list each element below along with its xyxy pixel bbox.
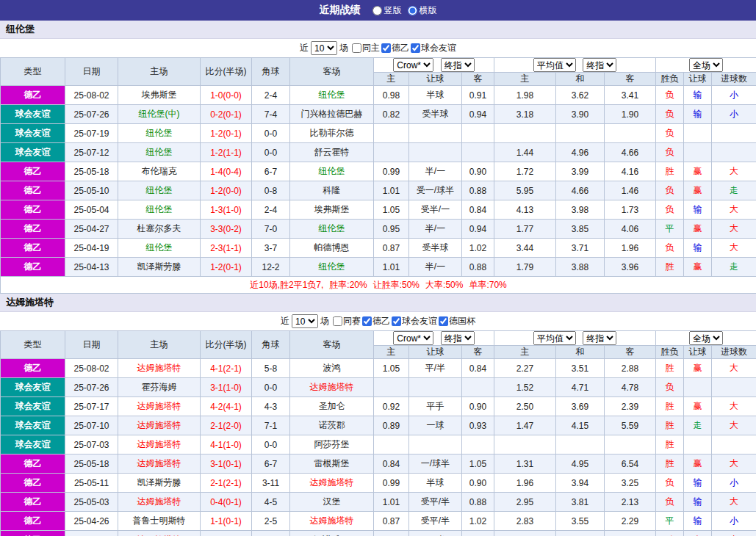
filter-checkbox-option[interactable]: 同主 [352, 42, 380, 54]
score-cell: 1-0(0-0) [201, 86, 252, 105]
filter-checkbox-option[interactable]: 球会友谊 [392, 315, 437, 327]
date-cell: 25-07-10 [65, 416, 118, 435]
filter-checkbox-input[interactable] [352, 43, 361, 53]
type-cell: 德乙 [1, 359, 65, 378]
filter-checkbox-option[interactable]: 德国杯 [439, 315, 475, 327]
avg-home-cell: 3.18 [494, 105, 556, 124]
subcol-avg-home: 主 [494, 73, 556, 86]
layout-option-horizontal[interactable]: 横版 [408, 4, 437, 17]
col-header-corner: 角球 [252, 331, 290, 359]
average-select[interactable]: 平均值 [533, 58, 576, 72]
filter-checkbox-input[interactable] [381, 43, 391, 53]
corner-cell: 2-5 [252, 512, 290, 531]
odds-away-cell: 1.05 [462, 454, 494, 474]
home-team: 达姆施塔特 [118, 435, 201, 454]
bookmaker-select[interactable]: Crow* [393, 58, 433, 72]
average-odds-header-cell: 平均值 终指 [494, 331, 656, 346]
avg-draw-cell [556, 435, 605, 454]
recent-count-select[interactable]: 10 [292, 314, 318, 328]
handicap-result-cell: 输 [684, 474, 712, 493]
match-row: 德乙25-05-18达姆施塔特3-1(0-1)6-7雷根斯堡0.84一/球半1.… [1, 454, 756, 474]
handicap-odds-header-cell: Crow* 终指 [374, 331, 494, 346]
subcol-handicap-result: 让球 [684, 346, 712, 359]
match-row: 德乙25-05-18布伦瑞克1-4(0-4)6-7纽伦堡0.99半/一0.901… [1, 162, 756, 181]
date-cell: 25-05-18 [65, 162, 118, 181]
filter-checkbox-label: 球会友谊 [402, 315, 437, 327]
match-row: 球会友谊25-07-12纽伦堡1-2(1-1)0-0舒云霍特1.444.964.… [1, 143, 756, 162]
col-header-score: 比分(半场) [201, 58, 252, 86]
filter-checkbox-input[interactable] [439, 316, 448, 326]
avg-draw-cell: 3.55 [556, 512, 605, 531]
matches-body: 德乙25-08-02埃弗斯堡1-0(0-0)2-4纽伦堡0.98半球0.911.… [1, 86, 756, 277]
goals-result-cell: 大 [712, 416, 756, 435]
odds-home-cell: 0.87 [374, 239, 409, 258]
avg-draw-cell: 3.88 [556, 258, 605, 277]
filter-checkbox-input[interactable] [392, 316, 401, 326]
filter-checkbox-input[interactable] [362, 316, 372, 326]
avg-draw-cell: 3.81 [556, 493, 605, 512]
avg-away-cell: 2.29 [605, 512, 656, 531]
away-team: 圣加仑 [290, 397, 374, 416]
avg-away-cell: 1.96 [605, 239, 656, 258]
layout-option-vertical[interactable]: 竖版 [372, 4, 402, 17]
bookmaker-select[interactable]: Crow* [393, 331, 433, 345]
match-row: 德乙25-04-27杜塞尔多夫3-3(0-2)7-0纽伦堡0.95半/一0.94… [1, 220, 756, 239]
filter-checkbox-option[interactable]: 德乙 [381, 42, 409, 54]
odds-away-cell [462, 143, 494, 162]
away-team: 雷根斯堡 [290, 454, 374, 474]
avg-away-cell: 5.59 [605, 416, 656, 435]
fulltime-select[interactable]: 全场 [689, 58, 723, 72]
avg-stage-select[interactable]: 终指 [583, 331, 616, 345]
odds-stage-select[interactable]: 终指 [441, 331, 475, 345]
away-team: 埃弗斯堡 [290, 200, 374, 220]
section-title-bar: 达姆施塔特 [0, 294, 756, 312]
type-cell: 球会友谊 [1, 124, 65, 143]
fulltime-select[interactable]: 全场 [689, 331, 723, 345]
home-team: 纽伦堡 [118, 239, 201, 258]
handicap-result-cell: 赢 [684, 220, 712, 239]
page: 近期战绩 竖版 横版 纽伦堡 近 10 场 同主德乙球会友谊 [0, 0, 756, 536]
away-team: 阿莎芬堡 [290, 435, 374, 454]
layout-radio[interactable] [372, 6, 382, 15]
avg-stage-select[interactable]: 终指 [583, 58, 616, 72]
handicap-line-cell: 受平/半 [409, 512, 462, 531]
col-header-home: 主场 [118, 58, 201, 86]
result-cell: 胜 [656, 258, 684, 277]
filter-checkbox-option[interactable]: 同赛 [333, 315, 361, 327]
odds-home-cell: 0.99 [374, 162, 409, 181]
handicap-line-cell: 半/一 [409, 258, 462, 277]
filter-checkboxes: 同主德乙球会友谊 [350, 42, 456, 55]
avg-away-cell: 4.06 [605, 220, 656, 239]
filter-checkbox-option[interactable]: 球会友谊 [411, 42, 456, 54]
odds-home-cell: 1.01 [374, 181, 409, 200]
avg-away-cell [605, 124, 656, 143]
odds-away-cell: 0.94 [462, 105, 494, 124]
layout-radio[interactable] [408, 6, 417, 15]
corner-cell: 0-8 [252, 181, 290, 200]
odds-stage-select[interactable]: 终指 [441, 58, 475, 72]
odds-away-cell: 0.84 [462, 200, 494, 220]
avg-home-cell: 1.47 [494, 416, 556, 435]
odds-away-cell: 1.02 [462, 512, 494, 531]
goals-result-cell: 大 [712, 359, 756, 378]
recent-count-select[interactable]: 10 [311, 41, 337, 55]
handicap-result-cell: 赢 [684, 531, 712, 536]
avg-home-cell: 1.52 [494, 378, 556, 397]
odds-away-cell [462, 378, 494, 397]
avg-away-cell: 1.90 [605, 105, 656, 124]
filter-checkbox-input[interactable] [411, 43, 420, 53]
goals-result-cell: 大 [712, 239, 756, 258]
corner-cell: 3-7 [252, 239, 290, 258]
filter-checkbox-option[interactable]: 德乙 [362, 315, 390, 327]
avg-home-cell: 1.79 [494, 258, 556, 277]
subcol-avg-away: 客 [605, 346, 656, 359]
filter-prefix: 近 [300, 42, 309, 54]
col-header-type: 类型 [1, 58, 65, 86]
col-header-type: 类型 [1, 331, 65, 359]
filter-checkbox-input[interactable] [333, 316, 342, 326]
corner-cell: 7-4 [252, 105, 290, 124]
layout-option-label: 竖版 [384, 4, 402, 17]
home-team: 霍芬海姆 [118, 378, 201, 397]
subcol-handicap-result: 让球 [684, 73, 712, 86]
average-select[interactable]: 平均值 [533, 331, 576, 345]
